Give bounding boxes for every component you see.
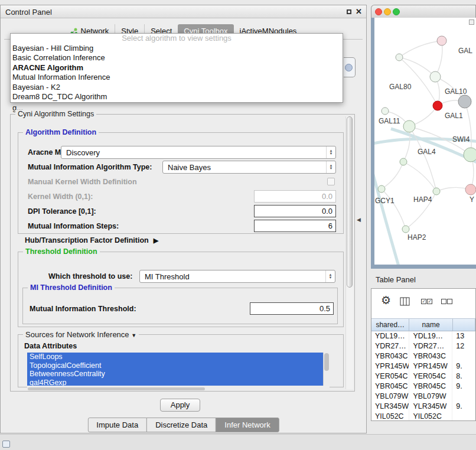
tab-discretize-data[interactable]: Discretize Data [146, 418, 216, 432]
column-header[interactable]: shared… [371, 319, 409, 331]
table-cell: YBR043C [409, 351, 452, 361]
network-node[interactable] [465, 184, 476, 195]
hub-definition-expander[interactable]: Hub/Transcription Factor Definition▶ [25, 236, 158, 244]
attributes-list-hscrollbar[interactable] [27, 387, 330, 391]
network-node[interactable] [433, 101, 442, 110]
column-header[interactable]: name [409, 319, 452, 331]
attribute-item[interactable]: gal4RGexp [27, 379, 323, 386]
expander-down-icon[interactable]: ▼ [131, 332, 136, 338]
table-row[interactable]: YBL079WYBL079W [371, 392, 475, 402]
network-node[interactable] [437, 36, 446, 45]
network-node[interactable] [430, 71, 441, 82]
which-threshold-combo[interactable]: MI Threshold ▲▼ [139, 270, 335, 283]
settings-scrollbar[interactable] [345, 116, 353, 389]
dropdown-item-selected[interactable]: ARACNE Algorithm [11, 63, 343, 73]
network-node[interactable] [464, 148, 476, 162]
close-icon[interactable]: ✕ [356, 7, 362, 16]
data-attributes-list: SelfLoops TopologicalCoefficient Between… [27, 353, 330, 386]
aracne-mode-combo[interactable]: Discovery ▲▼ [61, 146, 336, 159]
bottom-dock-strip [0, 434, 476, 450]
table-row[interactable]: YIL052CYIL052C [371, 412, 475, 420]
dpi-tolerance-field[interactable] [254, 205, 336, 217]
window-title: Control Panel [5, 8, 52, 17]
tab-impute-data[interactable]: Impute Data [87, 418, 147, 432]
network-node[interactable] [402, 226, 409, 233]
cyni-algorithm-settings-group: Cyni Algorithm Settings Algorithm Defini… [10, 114, 355, 392]
columns-icon[interactable] [400, 297, 410, 308]
mi-threshold-definition-title: MI Threshold Definition [28, 283, 115, 292]
attribute-item[interactable]: TopologicalCoefficient [27, 361, 323, 370]
attributes-list-scrollbar[interactable] [323, 353, 330, 386]
combo-value: Naive Bayes [163, 163, 326, 172]
birdseye-toggle-icon[interactable] [469, 19, 474, 25]
table-cell: YDR27… [409, 341, 452, 351]
help-icon [345, 64, 353, 71]
scrollbar-thumb[interactable] [347, 116, 353, 288]
table-row[interactable]: YPR145WYPR145W9. [371, 361, 475, 371]
sources-title[interactable]: Sources for Network Inference ▼ [23, 330, 139, 339]
kernel-width-field[interactable] [254, 190, 336, 203]
network-edge [382, 162, 403, 189]
mi-type-combo[interactable]: Naive Bayes ▲▼ [162, 161, 336, 174]
network-node[interactable] [378, 185, 385, 193]
table-row[interactable]: YER054CYER054C8. [371, 371, 475, 381]
network-window-titlebar[interactable] [371, 5, 476, 18]
table-row[interactable]: YBR045CYBR045C9. [371, 381, 475, 392]
dropdown-item[interactable]: Bayesian - Hill Climbing [11, 44, 343, 54]
control-panel-titlebar[interactable]: Control Panel ✕ [1, 5, 366, 18]
mi-steps-field[interactable] [254, 220, 336, 232]
minimize-traffic-light-icon[interactable] [384, 8, 391, 15]
network-node[interactable] [403, 120, 415, 132]
checked-box-icon: ✓ [427, 299, 432, 304]
close-traffic-light-icon[interactable] [375, 8, 382, 15]
algorithm-dropdown-popup: Select algorithm to view settings Bayesi… [10, 33, 343, 103]
docked-panel-icon[interactable] [2, 441, 10, 448]
network-view-window: GALGAL80GAL10GAL11GAL1SWI4GAL4GCY1HAP4YH… [371, 5, 476, 269]
table-cell: YBR045C [371, 381, 409, 392]
attribute-item[interactable]: SelfLoops [27, 353, 323, 361]
apply-button[interactable]: Apply [160, 399, 200, 412]
table-cell: YDR27… [371, 341, 409, 351]
table-row[interactable]: YLR345WYLR345W9. [371, 402, 475, 412]
network-node-label: GAL11 [379, 117, 400, 125]
splitter-collapse-icon[interactable]: ◀ [357, 217, 361, 223]
column-header[interactable] [453, 319, 475, 331]
network-node[interactable] [458, 95, 471, 108]
dropdown-item[interactable]: Basic Correlation Inference [11, 53, 343, 63]
which-threshold-label: Which threshold to use: [48, 272, 132, 281]
columns-icon-graphic [400, 297, 410, 306]
show-all-columns-icon[interactable]: ✓ ✓ [421, 299, 432, 304]
attribute-item[interactable]: BetweennessCentrality [27, 370, 323, 379]
combo-arrows-icon: ▲▼ [325, 270, 335, 282]
network-node[interactable] [400, 158, 407, 165]
dropdown-item[interactable]: Bayesian - K2 [11, 83, 343, 93]
table-row[interactable]: YDL19…YDL19…13 [371, 331, 475, 341]
float-window-icon[interactable] [347, 9, 351, 14]
sources-title-label: Sources for Network Inference [25, 330, 129, 339]
network-node[interactable] [433, 188, 440, 195]
dropdown-item[interactable]: Dream8 DC_TDC Algorithm [11, 92, 343, 102]
tab-infer-network[interactable]: Infer Network [216, 418, 279, 432]
expander-right-icon[interactable]: ▶ [154, 237, 158, 244]
gear-icon[interactable]: ⚙ [381, 294, 391, 307]
scrollbar-thumb[interactable] [28, 387, 205, 390]
table-row[interactable]: YDR27…YDR27…12 [371, 341, 475, 351]
hub-definition-label: Hub/Transcription Factor Definition [25, 236, 149, 244]
table-row[interactable]: YBR043CYBR043C [371, 351, 475, 361]
zoom-traffic-light-icon[interactable] [393, 8, 400, 15]
scrollbar-thumb[interactable] [324, 353, 329, 371]
manual-kernel-checkbox[interactable] [327, 178, 335, 185]
checked-box-icon: ✓ [421, 299, 426, 304]
dropdown-item[interactable]: Mutual Information Inference [11, 73, 343, 83]
network-node[interactable] [382, 107, 389, 115]
network-svg: GALGAL80GAL10GAL11GAL1SWI4GAL4GCY1HAP4YH… [374, 18, 476, 265]
mi-threshold-field[interactable] [250, 302, 334, 315]
table-cell: YBR043C [371, 351, 409, 361]
combo-value: MI Threshold [140, 272, 325, 281]
table-panel-title: Table Panel [376, 275, 416, 284]
network-canvas[interactable]: GALGAL80GAL10GAL11GAL1SWI4GAL4GCY1HAP4YH… [371, 18, 476, 269]
control-panel-window: Control Panel ✕ Network Style Select Cyn… [0, 5, 367, 433]
network-node[interactable] [396, 54, 403, 61]
table-cell: YBL079W [371, 392, 409, 402]
hide-all-columns-icon[interactable] [441, 299, 452, 304]
